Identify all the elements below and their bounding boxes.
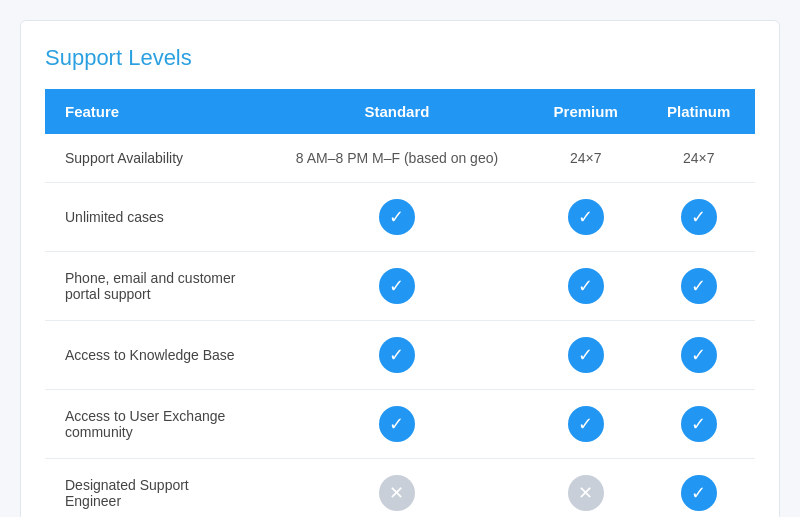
row-2-premium-check-icon: ✓	[568, 268, 604, 304]
page-title: Support Levels	[45, 45, 755, 71]
row-4-platinum-check-icon: ✓	[681, 406, 717, 442]
row-1-standard: ✓	[265, 183, 529, 252]
table-header-row: Feature Standard Premium Platinum	[45, 89, 755, 134]
row-1-standard-check-icon: ✓	[379, 199, 415, 235]
row-2-feature: Phone, email and customer portal support	[45, 252, 265, 321]
table-row: Access to User Exchange community✓✓✓	[45, 390, 755, 459]
row-1-premium-check-icon: ✓	[568, 199, 604, 235]
row-0-premium: 24×7	[529, 134, 642, 183]
row-1-platinum-check-icon: ✓	[681, 199, 717, 235]
row-5-premium: ✕	[529, 459, 642, 518]
row-3-standard-check-icon: ✓	[379, 337, 415, 373]
row-3-premium: ✓	[529, 321, 642, 390]
row-0-standard-text: 8 AM–8 PM M–F (based on geo)	[296, 150, 498, 166]
row-0-feature: Support Availability	[45, 134, 265, 183]
row-2-premium: ✓	[529, 252, 642, 321]
row-2-platinum: ✓	[642, 252, 755, 321]
row-1-feature: Unlimited cases	[45, 183, 265, 252]
support-levels-table: Feature Standard Premium Platinum Suppor…	[45, 89, 755, 517]
row-3-standard: ✓	[265, 321, 529, 390]
row-2-standard: ✓	[265, 252, 529, 321]
row-5-standard: ✕	[265, 459, 529, 518]
table-row: Unlimited cases✓✓✓	[45, 183, 755, 252]
row-5-platinum-check-icon: ✓	[681, 475, 717, 511]
row-3-platinum: ✓	[642, 321, 755, 390]
row-4-feature: Access to User Exchange community	[45, 390, 265, 459]
header-standard: Standard	[265, 89, 529, 134]
row-3-premium-check-icon: ✓	[568, 337, 604, 373]
row-0-premium-text: 24×7	[570, 150, 602, 166]
row-4-standard: ✓	[265, 390, 529, 459]
row-2-platinum-check-icon: ✓	[681, 268, 717, 304]
header-platinum: Platinum	[642, 89, 755, 134]
row-2-standard-check-icon: ✓	[379, 268, 415, 304]
row-0-standard: 8 AM–8 PM M–F (based on geo)	[265, 134, 529, 183]
table-row: Access to Knowledge Base✓✓✓	[45, 321, 755, 390]
table-row: Support Availability8 AM–8 PM M–F (based…	[45, 134, 755, 183]
row-5-feature: Designated Support Engineer	[45, 459, 265, 518]
row-4-premium-check-icon: ✓	[568, 406, 604, 442]
row-3-platinum-check-icon: ✓	[681, 337, 717, 373]
main-container: Support Levels Feature Standard Premium …	[20, 20, 780, 517]
row-5-standard-cross-icon: ✕	[379, 475, 415, 511]
row-3-feature: Access to Knowledge Base	[45, 321, 265, 390]
row-5-platinum: ✓	[642, 459, 755, 518]
row-1-premium: ✓	[529, 183, 642, 252]
table-row: Designated Support Engineer✕✕✓	[45, 459, 755, 518]
row-0-platinum-text: 24×7	[683, 150, 715, 166]
row-1-platinum: ✓	[642, 183, 755, 252]
row-5-premium-cross-icon: ✕	[568, 475, 604, 511]
row-4-premium: ✓	[529, 390, 642, 459]
row-4-platinum: ✓	[642, 390, 755, 459]
row-4-standard-check-icon: ✓	[379, 406, 415, 442]
row-0-platinum: 24×7	[642, 134, 755, 183]
header-feature: Feature	[45, 89, 265, 134]
header-premium: Premium	[529, 89, 642, 134]
table-row: Phone, email and customer portal support…	[45, 252, 755, 321]
